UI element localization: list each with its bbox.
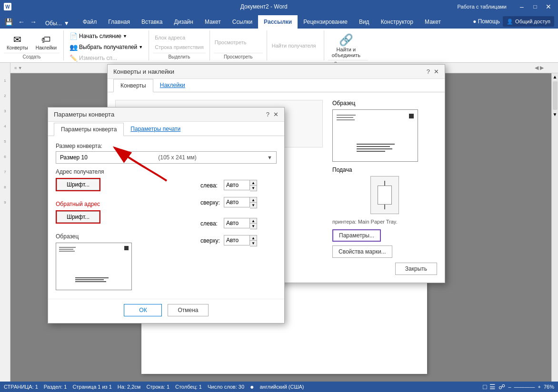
envelope-params-title: Параметры конверта <box>54 111 114 118</box>
envelopes-tab-labels[interactable]: Наклейки <box>153 79 192 92</box>
return-left-up[interactable]: ▲ <box>250 218 257 224</box>
close-btn[interactable]: ✕ <box>543 1 554 12</box>
help-icon[interactable]: ● Помощь <box>473 18 500 25</box>
envelopes-ribbon-btn[interactable]: ✉ Конверты <box>4 33 31 51</box>
tab-print-options[interactable]: Параметры печати <box>124 123 187 136</box>
recipient-left-label: слева: <box>200 182 222 189</box>
status-pages: Страница 1 из 1 <box>72 384 111 390</box>
envelopes-dialog-titlebar: Конверты и наклейки ? ✕ <box>108 65 445 79</box>
work-context: Работа с таблицами <box>458 4 507 10</box>
scrollbar-right[interactable]: ▲ ▼ <box>551 73 558 382</box>
cancel-btn[interactable]: Отмена <box>168 304 208 316</box>
restore-btn[interactable]: □ <box>529 1 541 12</box>
return-left-down[interactable]: ▼ <box>250 224 257 229</box>
labels-ribbon-btn[interactable]: 🏷 Наклейки <box>33 33 60 51</box>
tab-design[interactable]: Дизайн <box>169 15 199 29</box>
envelopes-tab-envelopes[interactable]: Конверты <box>113 79 153 92</box>
undo-qat-btn[interactable]: ← <box>16 17 27 27</box>
envelopes-help-btn[interactable]: ? <box>427 68 430 75</box>
title-text: Документ2 - Word <box>70 3 458 10</box>
select-recipients-btn[interactable]: 👥Выбрать получателей▼ <box>68 42 145 52</box>
status-line: Строка: 1 <box>146 384 169 390</box>
return-section-label: Обратный адрес <box>56 201 191 207</box>
ribbon-group-fields: Блок адреса Строка приветствия Выделить <box>149 30 210 60</box>
layout-btn[interactable]: □ <box>483 383 487 391</box>
edit-list-btn[interactable]: ✏️Изменить сп... <box>68 53 119 63</box>
ribbon-group-find: Найти получателя <box>267 30 324 60</box>
size-info: (105 х 241 мм) <box>88 154 267 161</box>
create-group-label: Создать <box>4 53 60 59</box>
recipient-font-btn[interactable]: Шрифт... <box>57 179 100 190</box>
return-top-input[interactable] <box>224 235 250 245</box>
recipient-left-input[interactable] <box>224 180 250 190</box>
size-dropdown-chevron: ▼ <box>267 155 272 160</box>
qat-dropdown[interactable]: ▼ <box>64 20 70 27</box>
inner-preview-label: Образец <box>56 233 191 240</box>
params-btn[interactable]: Параметры... <box>332 229 381 242</box>
tab-insert[interactable]: Вставка <box>136 15 169 29</box>
recipient-left-down[interactable]: ▼ <box>250 186 257 191</box>
finish-merge-btn[interactable]: 🔗 Найти иобъединить <box>328 31 364 60</box>
tab-envelope-options[interactable]: Параметры конверта <box>54 123 124 136</box>
envelopes-dialog-right: Образец <box>332 100 437 275</box>
recipient-top-down[interactable]: ▼ <box>250 203 257 208</box>
zoom-in-btn[interactable]: + <box>538 384 541 390</box>
tab-review[interactable]: Рецензирование <box>298 15 353 29</box>
ribbon-group-preview: Просмотреть Просмотреть <box>210 30 267 60</box>
recipient-top-input[interactable] <box>224 197 250 207</box>
envelopes-close-dialog-btn[interactable]: Закрыть <box>395 263 437 275</box>
stamp-props-btn[interactable]: Свойства марки... <box>332 245 392 258</box>
status-words: Число слов: 30 <box>208 384 244 390</box>
left-ruler: 123456789 <box>0 63 10 382</box>
envelopes-close-btn[interactable]: ✕ <box>434 68 439 75</box>
return-top-down[interactable]: ▼ <box>250 241 257 246</box>
return-left-input[interactable] <box>224 218 250 228</box>
return-top-label: сверху: <box>200 237 222 244</box>
return-font-btn[interactable]: Шрифт... <box>57 211 100 223</box>
envelope-params-close-icon[interactable]: ✕ <box>273 111 279 118</box>
tab-view[interactable]: Вид <box>353 15 375 29</box>
tab-file[interactable]: Файл <box>77 15 103 29</box>
status-bar: СТРАНИЦА: 1 Раздел: 1 Страница 1 из 1 На… <box>0 382 558 392</box>
doc-name-qat: Обы... <box>45 20 62 27</box>
status-column: Столбец: 1 <box>175 384 202 390</box>
zoom-out-btn[interactable]: – <box>508 384 511 390</box>
share-btn[interactable]: 👤Общий доступ <box>503 16 554 27</box>
app-icon: W <box>4 3 11 10</box>
return-left-label: слева: <box>200 220 222 227</box>
ok-btn[interactable]: ОК <box>124 304 162 316</box>
envelope-size-dropdown[interactable]: Размер 10 (105 х 241 мм) ▼ <box>56 151 277 164</box>
read-mode-btn[interactable]: ☰ <box>489 383 496 391</box>
tab-layout2[interactable]: Макет <box>419 15 447 29</box>
return-top-up[interactable]: ▲ <box>250 235 257 241</box>
minimize-btn[interactable]: – <box>516 1 528 12</box>
recipient-left-up[interactable]: ▲ <box>250 180 257 186</box>
tab-refs[interactable]: Ссылки <box>227 15 258 29</box>
tab-constructor[interactable]: Конструктор <box>375 15 419 29</box>
address-block-btn[interactable]: Блок адреса <box>153 34 206 41</box>
envelope-params-dialog: Параметры конверта ? ✕ Параметры конверт… <box>48 107 285 323</box>
save-qat-btn[interactable]: 💾 <box>3 17 15 27</box>
printer-info: принтера: Main Paper Tray. <box>332 219 437 225</box>
tab-mailings[interactable]: Рассылки <box>258 15 298 29</box>
preview-results-btn[interactable]: Просмотреть <box>214 39 248 46</box>
ribbon-group-start: 📄Начать слияние▼ 👥Выбрать получателей▼ ✏… <box>64 30 149 60</box>
tab-home[interactable]: Главная <box>102 15 136 29</box>
feed-label: Подача <box>332 167 437 173</box>
zoom-level: 76% <box>544 384 554 390</box>
redo-qat-btn[interactable]: → <box>28 17 39 27</box>
title-bar: W Документ2 - Word Работа с таблицами – … <box>0 0 558 13</box>
recipient-section-label: Адрес получателя <box>56 168 191 175</box>
recipient-top-up[interactable]: ▲ <box>250 197 257 203</box>
fields-group-label: Выделить <box>153 53 206 59</box>
zoom-slider[interactable]: ———— <box>514 384 535 390</box>
greeting-line-btn[interactable]: Строка приветствия <box>153 43 206 51</box>
envelope-params-titlebar: Параметры конверта ? ✕ <box>48 108 284 122</box>
status-language: английский (США) <box>260 384 304 390</box>
tab-layout[interactable]: Макет <box>199 15 227 29</box>
envelope-params-help-btn[interactable]: ? <box>266 111 269 118</box>
start-merge-btn[interactable]: 📄Начать слияние▼ <box>68 31 129 41</box>
preview-group-label: Просмотреть <box>214 53 263 59</box>
web-view-btn[interactable]: ☍ <box>498 383 505 391</box>
find-recipient-btn[interactable]: Найти получателя <box>271 42 317 49</box>
